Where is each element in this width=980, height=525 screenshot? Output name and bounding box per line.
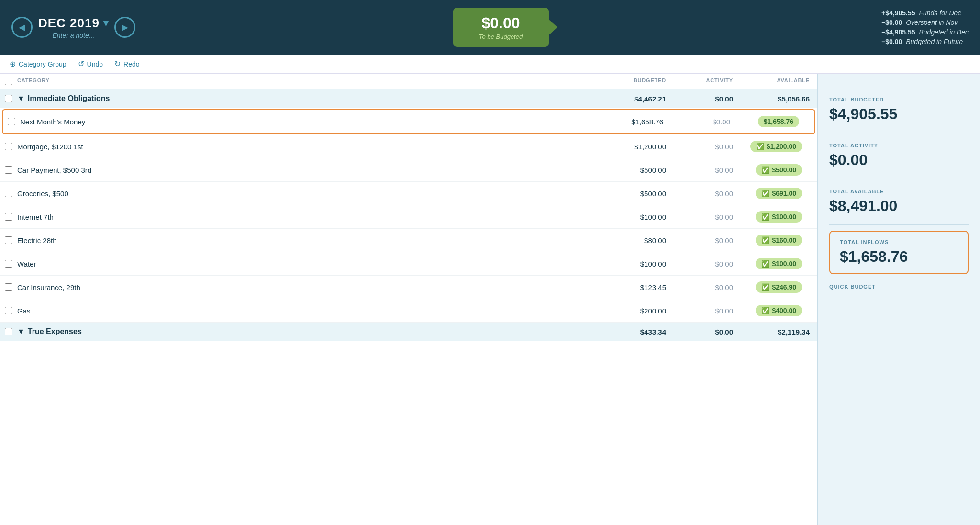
checkbox-gas[interactable] — [5, 307, 12, 314]
budgeted-mortgage[interactable]: $1,200.00 — [607, 143, 674, 151]
cat-name-electric: Electric 28th — [17, 236, 607, 245]
activity-gas: $0.00 — [674, 307, 741, 315]
tbb-amount: $0.00 — [467, 14, 535, 32]
category-row-car-insurance[interactable]: Car Insurance, 29th $123.45 $0.00 ✅ $246… — [0, 276, 817, 299]
budgeted-electric[interactable]: $80.00 — [607, 236, 674, 245]
tbb-bubble: $0.00 To be Budgeted — [453, 8, 549, 47]
available-value-water: $100.00 — [772, 260, 796, 268]
breakdown-line-1: +$4,905.55 Funds for Dec — [881, 9, 969, 17]
budgeted-car-payment[interactable]: $500.00 — [607, 166, 674, 174]
checkbox-car-payment[interactable] — [5, 166, 12, 174]
category-row-water[interactable]: Water $100.00 $0.00 ✅ $100.00 — [0, 252, 817, 276]
category-col-header: CATEGORY — [17, 78, 607, 85]
available-badge-car-insurance: ✅ $246.90 — [756, 281, 802, 293]
check-icon-electric: ✅ — [761, 236, 769, 244]
undo-button[interactable]: ↺ Undo — [78, 59, 103, 68]
total-inflows-value: $1,658.76 — [840, 248, 958, 266]
cat-name-car-insurance: Car Insurance, 29th — [17, 283, 607, 291]
total-available-block: TOTAL AVAILABLE $8,491.00 — [829, 179, 969, 225]
available-value-gas: $400.00 — [772, 307, 796, 314]
total-inflows-block: TOTAL INFLOWS $1,658.76 — [829, 231, 969, 274]
breakdown-line-4: −$0.00 Budgeted in Future — [881, 38, 969, 45]
checkbox-mortgage[interactable] — [5, 143, 12, 150]
quick-budget-label: QUICK BUDGET — [829, 284, 969, 290]
available-value-car-insurance: $246.90 — [772, 283, 796, 291]
activity-mortgage: $0.00 — [674, 143, 741, 151]
budgeted-internet[interactable]: $100.00 — [607, 213, 674, 221]
budgeted-next-months-money[interactable]: $1,658.76 — [604, 118, 671, 126]
check-icon-water: ✅ — [761, 260, 769, 268]
budgeted-dec-desc: Budgeted in Dec — [919, 28, 969, 36]
breakdown-line-2: −$0.00 Overspent in Nov — [881, 19, 969, 26]
checkbox-water[interactable] — [5, 260, 12, 268]
group-row-true-expenses[interactable]: ▼ True Expenses $433.34 $0.00 $2,119.34 — [0, 323, 817, 341]
checkbox-next-months-money[interactable] — [8, 118, 15, 125]
next-icon: ▶ — [122, 22, 128, 33]
group-row-immediate[interactable]: ▼ Immediate Obligations $4,462.21 $0.00 … — [0, 89, 817, 108]
check-icon-groceries: ✅ — [761, 190, 769, 197]
budgeted-future-desc: Budgeted in Future — [906, 38, 963, 45]
budgeted-car-insurance[interactable]: $123.45 — [607, 283, 674, 291]
nav-area: ◀ DEC 2019 ▾ Enter a note... ▶ — [11, 16, 135, 39]
group-activity-true-expenses: $0.00 — [674, 328, 741, 336]
undo-label: Undo — [87, 60, 103, 68]
collapse-icon-immediate[interactable]: ▼ — [17, 94, 25, 103]
budget-table: CATEGORY BUDGETED ACTIVITY AVAILABLE ▼ I… — [0, 74, 817, 525]
month-dropdown-icon[interactable]: ▾ — [103, 17, 109, 29]
available-badge-water: ✅ $100.00 — [756, 258, 802, 269]
group-name-immediate: ▼ Immediate Obligations — [17, 94, 607, 103]
activity-groceries: $0.00 — [674, 190, 741, 198]
prev-icon: ◀ — [19, 22, 25, 33]
category-row-electric[interactable]: Electric 28th $80.00 $0.00 ✅ $160.00 — [0, 229, 817, 252]
prev-month-button[interactable]: ◀ — [11, 17, 33, 38]
group-checkbox-true-expenses[interactable] — [5, 328, 12, 335]
redo-icon: ↻ — [114, 59, 121, 68]
check-icon-mortgage: ✅ — [756, 143, 764, 150]
available-value-mortgage: $1,200.00 — [767, 143, 796, 150]
checkbox-groceries[interactable] — [5, 190, 12, 197]
select-all-checkbox[interactable] — [5, 78, 12, 85]
next-month-button[interactable]: ▶ — [114, 17, 135, 38]
activity-car-payment: $0.00 — [674, 166, 741, 174]
checkbox-electric[interactable] — [5, 236, 12, 244]
budgeted-col-header: BUDGETED — [607, 78, 674, 85]
undo-icon: ↺ — [78, 59, 84, 68]
redo-button[interactable]: ↻ Redo — [114, 59, 139, 68]
available-badge-mortgage: ✅ $1,200.00 — [750, 141, 802, 152]
month-area: DEC 2019 ▾ Enter a note... — [38, 16, 109, 39]
available-col-header: AVAILABLE — [741, 78, 817, 85]
cat-name-mortgage: Mortgage, $1200 1st — [17, 143, 607, 151]
month-title: DEC 2019 ▾ — [38, 16, 109, 31]
check-icon-gas: ✅ — [761, 307, 769, 314]
checkbox-car-insurance[interactable] — [5, 283, 12, 291]
available-value-car-payment: $500.00 — [772, 166, 796, 174]
category-row-internet[interactable]: Internet 7th $100.00 $0.00 ✅ $100.00 — [0, 205, 817, 229]
tbb-label: To be Budgeted — [467, 33, 535, 40]
available-badge-internet: ✅ $100.00 — [756, 211, 802, 223]
add-category-group-button[interactable]: ⊕ Category Group — [10, 59, 67, 68]
check-icon-internet: ✅ — [761, 213, 769, 221]
overspent-desc: Overspent in Nov — [906, 19, 958, 26]
category-row-car-payment[interactable]: Car Payment, $500 3rd $500.00 $0.00 ✅ $5… — [0, 158, 817, 182]
month-note[interactable]: Enter a note... — [53, 32, 95, 39]
budgeted-gas[interactable]: $200.00 — [607, 307, 674, 315]
month-label: DEC 2019 — [38, 16, 100, 31]
category-row-next-months-money[interactable]: Next Month's Money $1,658.76 $0.00 $1,65… — [2, 109, 815, 134]
checkbox-internet[interactable] — [5, 213, 12, 221]
category-row-groceries[interactable]: Groceries, $500 $500.00 $0.00 ✅ $691.00 — [0, 182, 817, 205]
activity-next-months-money: $0.00 — [671, 118, 738, 126]
redo-label: Redo — [123, 60, 139, 68]
total-budgeted-label: TOTAL BUDGETED — [829, 97, 969, 102]
activity-internet: $0.00 — [674, 213, 741, 221]
table-header: CATEGORY BUDGETED ACTIVITY AVAILABLE — [0, 74, 817, 89]
available-badge-car-payment: ✅ $500.00 — [756, 164, 802, 176]
group-checkbox-immediate[interactable] — [5, 95, 12, 102]
budgeted-groceries[interactable]: $500.00 — [607, 190, 674, 198]
budgeted-dec-amount: −$4,905.55 — [881, 28, 915, 36]
category-row-gas[interactable]: Gas $200.00 $0.00 ✅ $400.00 — [0, 299, 817, 323]
toolbar: ⊕ Category Group ↺ Undo ↻ Redo — [0, 55, 980, 74]
category-row-mortgage[interactable]: Mortgage, $1200 1st $1,200.00 $0.00 ✅ $1… — [0, 135, 817, 158]
collapse-icon-true-expenses[interactable]: ▼ — [17, 327, 25, 336]
check-icon-car-payment: ✅ — [761, 166, 769, 174]
budgeted-water[interactable]: $100.00 — [607, 260, 674, 268]
